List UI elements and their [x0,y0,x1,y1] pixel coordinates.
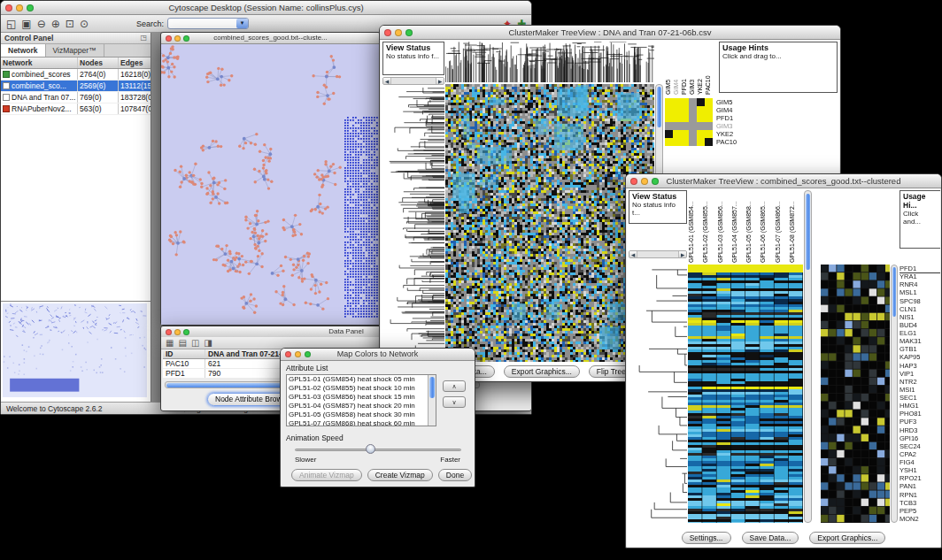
gene-label[interactable]: KAP95 [900,353,940,361]
attribute-list-item[interactable]: GPL51-01 (GSM854) heat shock 05 min [287,375,436,384]
scroll-left-icon[interactable] [383,78,391,84]
gene-label[interactable]: MSI1 [900,386,940,394]
gene-label[interactable]: PAN1 [900,482,940,490]
close-icon[interactable] [5,4,12,12]
gene-label[interactable]: HRD3 [900,426,940,434]
select-attributes-icon[interactable]: ▦ [166,338,174,349]
search-input[interactable]: ▾ [167,18,249,29]
main-titlebar[interactable]: Cytoscape Desktop (Session Name: collins… [1,1,531,15]
heatmap-vscrollbar[interactable] [804,190,812,523]
minimize-icon[interactable] [174,35,181,42]
expression-heatmap-canvas[interactable] [445,84,654,362]
minimize-icon[interactable] [174,329,181,335]
zoom-window-icon[interactable] [183,35,189,42]
scroll-right-icon[interactable] [436,78,444,84]
delete-attribute-icon[interactable]: ◫ [191,338,199,349]
network-table-row[interactable]: combined_scores 2764(0) 16218(0) [1,69,151,81]
gene-label[interactable]: FIG4 [900,458,940,466]
open-session-icon[interactable]: ◱ [6,17,16,31]
minimize-icon[interactable] [295,351,301,357]
treeview2-titlebar[interactable]: ClusterMaker TreeView : combined_scores_… [626,174,941,188]
zoom-window-icon[interactable] [405,29,413,36]
attribute-list-item[interactable]: GPL51-04 (GSM857) heat shock 20 min [287,402,436,410]
treeview-button[interactable]: Export Graphics... [809,532,885,544]
gene-label[interactable]: HMG1 [900,402,940,410]
gene-label[interactable]: GPI16 [900,434,940,442]
gene-label[interactable]: SPC98 [900,297,940,305]
move-up-button[interactable]: ∧ [443,380,466,392]
row-dendrogram-canvas[interactable] [629,265,687,523]
gene-label[interactable]: PHO81 [900,410,940,418]
gene-label[interactable]: MAK31 [900,337,940,345]
gene-label[interactable]: MON2 [900,515,940,523]
zoom-window-icon[interactable] [27,4,34,12]
gene-label[interactable]: GTB1 [900,345,940,353]
attribute-list-item[interactable]: GPL51-07 (GSM868) heat shock 60 min [287,419,436,426]
row-label[interactable]: GIM4 [716,106,755,114]
attribute-list-item[interactable]: GPL51-03 (GSM856) heat shock 15 min [287,393,436,402]
gene-label[interactable]: RPO21 [900,474,940,482]
gene-label[interactable]: CLN1 [900,305,940,313]
gene-label[interactable]: BUD4 [900,321,940,329]
attribute-list-item[interactable]: GPL51-02 (GSM855) heat shock 10 min [287,384,436,393]
tab-vizmapper[interactable]: VizMapper™ [46,44,104,57]
close-icon[interactable] [285,351,291,357]
gene-label[interactable]: TCB3 [900,499,940,507]
move-down-button[interactable]: ∨ [443,396,466,408]
gene-label[interactable]: PFD1 [900,265,940,272]
zoom-window-icon[interactable] [305,351,311,357]
dendrogram-hscrollbar[interactable] [382,77,444,85]
zoom-vscrollbar[interactable] [891,265,898,523]
row-label[interactable]: GIM5 [716,98,755,106]
scroll-left-icon[interactable] [629,251,637,257]
gene-label[interactable]: CPA2 [900,450,940,458]
gene-label[interactable]: YRA1 [900,272,940,280]
minimize-icon[interactable] [16,4,23,12]
tab-network[interactable]: Network [1,44,46,57]
treeview-button[interactable]: Export Graphics... [504,365,580,378]
create-attribute-icon[interactable]: ▤ [178,338,186,349]
gene-label[interactable]: VIP1 [900,370,940,378]
gene-label[interactable]: RNR4 [900,280,940,288]
zoom-out-icon[interactable]: ⊖ [37,17,46,31]
gene-label[interactable]: RPN1 [900,491,940,499]
dialog-button[interactable]: Create Vizmap [367,469,433,481]
float-panel-icon[interactable]: ◳ [140,33,147,43]
dialog-button[interactable]: Done [438,469,472,481]
minimize-icon[interactable] [641,178,648,185]
treeview1-titlebar[interactable]: ClusterMaker TreeView : DNA and Tran 07-… [380,26,840,40]
close-icon[interactable] [166,329,172,335]
slider-thumb[interactable] [366,444,375,454]
import-attributes-icon[interactable]: ◨ [204,338,212,349]
network-table-row[interactable]: DNA and Tran 07... 769(0) 183728(0) [1,92,151,104]
zoom-in-icon[interactable]: ⊕ [51,17,60,31]
close-icon[interactable] [166,35,172,42]
zoom-window-icon[interactable] [652,178,659,185]
gene-label[interactable]: NIS1 [900,313,940,321]
close-icon[interactable] [630,178,637,185]
attribute-list-item[interactable]: GPL51-05 (GSM858) heat shock 30 min [287,410,436,419]
correlation-matrix[interactable] [665,98,713,146]
gene-label[interactable]: ELG1 [900,329,940,337]
gene-label[interactable]: NTR2 [900,378,940,386]
zoom-selected-icon[interactable]: ⊙ [80,17,89,31]
minimize-icon[interactable] [395,29,402,36]
gene-label[interactable]: PUF3 [900,418,940,426]
gene-label[interactable]: SEC1 [900,394,940,402]
network-overview-canvas[interactable] [3,303,147,397]
dialog-button[interactable]: Animate Vizmap [291,469,362,481]
search-dropdown-icon[interactable]: ▾ [236,19,248,28]
row-label[interactable]: GIM3 [716,122,755,130]
network-graph-canvas[interactable] [161,44,380,325]
zoom-heatmap-canvas[interactable] [821,265,890,523]
save-session-icon[interactable]: ▣ [21,17,31,31]
row-dendrogram-canvas[interactable] [382,88,444,362]
dialog-titlebar[interactable]: Map Colors to Network [281,349,475,361]
gene-label[interactable]: PEP5 [900,507,940,515]
network-table-row[interactable]: RNAPuberNov2... 563(0) 107847(0) [1,104,151,115]
attribute-list-scrollbar[interactable] [428,375,436,426]
dendrogram-hscrollbar[interactable] [629,250,687,258]
row-label[interactable]: YKE2 [716,130,755,138]
expression-heatmap-canvas[interactable] [688,265,803,523]
treeview-button[interactable]: Settings... [682,532,731,544]
